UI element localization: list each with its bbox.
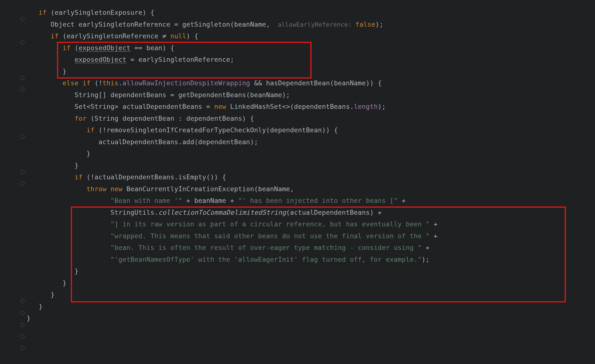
- code-line: StringUtils.collectionToCommaDelimitedSt…: [27, 207, 595, 219]
- code-line: Object earlySingletonReference = getSing…: [27, 19, 595, 31]
- variable-exposedObject: exposedObject: [79, 44, 130, 52]
- code-line: }: [27, 265, 595, 277]
- code-line: actualDependentBeans.add(dependentBean);: [27, 136, 595, 148]
- code-line: }: [27, 66, 595, 78]
- code-line: }: [27, 277, 595, 289]
- code-line: if (!actualDependentBeans.isEmpty()) {: [27, 171, 595, 183]
- code-line: if (earlySingletonExposure) {: [27, 7, 595, 19]
- code-line: else if (!this.allowRawInjectionDespiteW…: [27, 77, 595, 89]
- gutter: [0, 7, 24, 364]
- code-line: "Bean with name '" + beanName + "' has b…: [27, 195, 595, 207]
- code-line: for (String dependentBean : dependentBea…: [27, 113, 595, 125]
- code-line: "wrapped. This means that said other bea…: [27, 230, 595, 242]
- code-line: String[] dependentBeans = getDependentBe…: [27, 89, 595, 101]
- code-content[interactable]: if (earlySingletonExposure) { Object ear…: [24, 7, 595, 364]
- static-method-call: collectionToCommaDelimitedString: [158, 209, 286, 216]
- code-line: }: [27, 301, 595, 313]
- code-line: "'getBeanNamesOfType' with the 'allowEag…: [27, 254, 595, 266]
- code-line: throw new BeanCurrentlyInCreationExcepti…: [27, 183, 595, 195]
- code-line: "] in its raw version as part of a circu…: [27, 218, 595, 230]
- variable-exposedObject: exposedObject: [74, 56, 126, 63]
- code-line: }: [27, 289, 595, 301]
- code-line: if (!removeSingletonIfCreatedForTypeChec…: [27, 124, 595, 136]
- code-line: exposedObject = earlySingletonReference;: [27, 54, 595, 66]
- code-line: if (exposedObject == bean) {: [27, 42, 595, 54]
- code-editor: if (earlySingletonExposure) { Object ear…: [0, 0, 595, 364]
- code-line: }: [27, 312, 595, 324]
- code-line: "bean. This is often the result of over-…: [27, 242, 595, 254]
- code-line: }: [27, 148, 595, 160]
- inlay-hint: allowEarlyReference:: [274, 21, 355, 28]
- code-line: }: [27, 160, 595, 172]
- code-line: if (earlySingletonReference ≠ null) {: [27, 30, 595, 42]
- keyword-if: if: [39, 9, 47, 16]
- field-allowRawInjection: allowRawInjectionDespiteWrapping: [122, 79, 250, 87]
- code-line: Set<String> actualDependentBeans = new L…: [27, 101, 595, 113]
